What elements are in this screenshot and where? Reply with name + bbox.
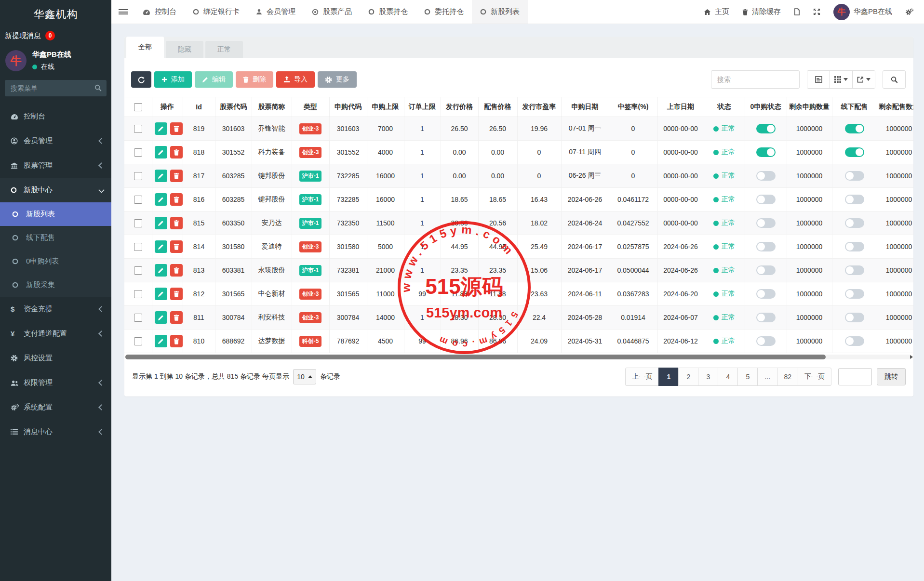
row-checkbox[interactable] [134, 172, 142, 180]
page-item-4[interactable]: 4 [718, 368, 738, 386]
row-delete-button[interactable] [170, 288, 183, 300]
offline-allot-toggle[interactable] [845, 218, 864, 228]
page-jump-input[interactable] [838, 368, 872, 385]
zero-subscribe-toggle[interactable] [756, 147, 776, 157]
row-edit-button[interactable] [155, 240, 167, 253]
sidebar-item-members[interactable]: 会员管理 [0, 129, 111, 153]
row-checkbox[interactable] [134, 148, 142, 157]
column-header[interactable]: 剩余配售数量 [877, 97, 913, 117]
page-item-82[interactable]: 82 [777, 368, 798, 386]
sidebar-item-ipo-collect[interactable]: 新股采集 [0, 273, 111, 297]
sidebar-item-payment-channels[interactable]: ¥支付通道配置 [0, 321, 111, 346]
delete-button[interactable]: 删除 [236, 71, 273, 88]
nav-tab-entrust-positions[interactable]: 委托持仓 [416, 0, 472, 24]
column-header[interactable]: 发行市盈率 [517, 97, 561, 117]
settings-button[interactable] [905, 8, 913, 15]
nav-tab-stock-positions[interactable]: 股票持仓 [360, 0, 416, 24]
columns-button[interactable] [830, 71, 853, 88]
filter-tab-all[interactable]: 全部 [126, 37, 164, 58]
offline-allot-toggle[interactable] [845, 242, 864, 251]
nav-tab-members[interactable]: 会员管理 [248, 0, 304, 24]
sidebar-item-funds[interactable]: $资金充提 [0, 297, 111, 321]
add-button[interactable]: 添加 [154, 71, 192, 88]
home-button[interactable]: 主页 [704, 7, 729, 16]
page-item-1[interactable]: 1 [658, 368, 679, 386]
nav-tab-dashboard[interactable]: 控制台 [134, 0, 185, 24]
column-header[interactable]: 类型 [292, 97, 329, 117]
row-edit-button[interactable] [155, 193, 167, 206]
row-delete-button[interactable] [170, 264, 183, 277]
nav-tab-ipo-list[interactable]: 新股列表 [472, 0, 528, 24]
nav-tab-stock-products[interactable]: 股票产品 [304, 0, 360, 24]
row-delete-button[interactable] [170, 217, 183, 229]
column-header[interactable]: 0申购状态 [745, 97, 787, 117]
zero-subscribe-toggle[interactable] [756, 171, 776, 181]
page-jump-button[interactable]: 跳转 [877, 368, 906, 385]
row-delete-button[interactable] [170, 122, 183, 135]
row-checkbox[interactable] [134, 219, 142, 227]
row-edit-button[interactable] [155, 122, 167, 135]
column-header[interactable]: 申购日期 [561, 97, 609, 117]
column-header[interactable]: 发行价格 [441, 97, 478, 117]
row-edit-button[interactable] [155, 217, 167, 229]
horizontal-scrollbar[interactable] [125, 355, 912, 359]
row-delete-button[interactable] [170, 311, 183, 324]
row-checkbox[interactable] [134, 125, 142, 133]
row-delete-button[interactable] [170, 193, 183, 206]
row-edit-button[interactable] [155, 170, 167, 182]
offline-allot-toggle[interactable] [845, 195, 864, 204]
offline-allot-toggle[interactable] [845, 265, 864, 275]
offline-allot-toggle[interactable] [845, 336, 864, 346]
row-edit-button[interactable] [155, 264, 167, 277]
page-item-next[interactable]: 下一页 [798, 368, 831, 386]
zero-subscribe-toggle[interactable] [756, 289, 776, 299]
sidebar-item-dashboard[interactable]: 控制台 [0, 104, 111, 129]
export-button[interactable] [853, 71, 875, 88]
zero-subscribe-toggle[interactable] [756, 124, 776, 133]
column-header[interactable]: 订单上限 [404, 97, 441, 117]
sidebar-search-input[interactable] [5, 80, 107, 96]
row-edit-button[interactable] [155, 288, 167, 300]
column-header[interactable]: 上市日期 [657, 97, 704, 117]
zero-subscribe-toggle[interactable] [756, 218, 776, 228]
offline-allot-toggle[interactable] [845, 313, 864, 322]
zero-subscribe-toggle[interactable] [756, 336, 776, 346]
sidebar-item-ipo-center[interactable]: 新股中心 [0, 178, 111, 202]
column-header[interactable]: 线下配售 [832, 97, 877, 117]
row-checkbox[interactable] [134, 266, 142, 275]
sidebar-item-offline-allot[interactable]: 线下配售 [0, 226, 111, 250]
page-item-prev[interactable]: 上一页 [625, 368, 659, 386]
row-edit-button[interactable] [155, 146, 167, 158]
zero-subscribe-toggle[interactable] [756, 242, 776, 251]
row-edit-button[interactable] [155, 335, 167, 347]
filter-tab-hidden[interactable]: 隐藏 [166, 41, 203, 58]
navbar-user-menu[interactable]: 牛 华鑫PB在线 [833, 4, 892, 20]
scroll-right-arrow-icon[interactable] [910, 355, 913, 359]
column-header[interactable]: Id [183, 97, 215, 117]
page-item-2[interactable]: 2 [678, 368, 698, 386]
sidebar-item-permissions[interactable]: 权限管理 [0, 370, 111, 395]
page-item-5[interactable]: 5 [737, 368, 758, 386]
edit-button[interactable]: 编辑 [195, 71, 233, 88]
offline-allot-toggle[interactable] [845, 171, 864, 181]
row-delete-button[interactable] [170, 240, 183, 253]
column-header[interactable]: 中签率(%) [609, 97, 657, 117]
column-header[interactable]: 剩余申购数量 [787, 97, 832, 117]
select-all-checkbox[interactable] [134, 103, 142, 111]
column-header[interactable]: 股票简称 [252, 97, 292, 117]
offline-allot-toggle[interactable] [845, 124, 864, 133]
column-header[interactable]: 申购上限 [367, 97, 404, 117]
sidebar-item-message-center[interactable]: 消息中心 [0, 420, 111, 444]
sidebar-item-risk-control[interactable]: 风控设置 [0, 346, 111, 370]
column-header[interactable]: 申购代码 [329, 97, 367, 117]
more-button[interactable]: 更多 [318, 71, 357, 88]
row-checkbox[interactable] [134, 290, 142, 298]
scrollbar-thumb[interactable] [125, 355, 826, 359]
nav-tab-bind-bank-card[interactable]: 绑定银行卡 [185, 0, 248, 24]
row-checkbox[interactable] [134, 314, 142, 322]
filter-tab-normal[interactable]: 正常 [205, 41, 243, 58]
clear-cache-button[interactable]: 清除缓存 [742, 7, 781, 16]
zero-subscribe-toggle[interactable] [756, 195, 776, 204]
row-checkbox[interactable] [134, 243, 142, 251]
sidebar-item-stocks[interactable]: 股票管理 [0, 153, 111, 178]
